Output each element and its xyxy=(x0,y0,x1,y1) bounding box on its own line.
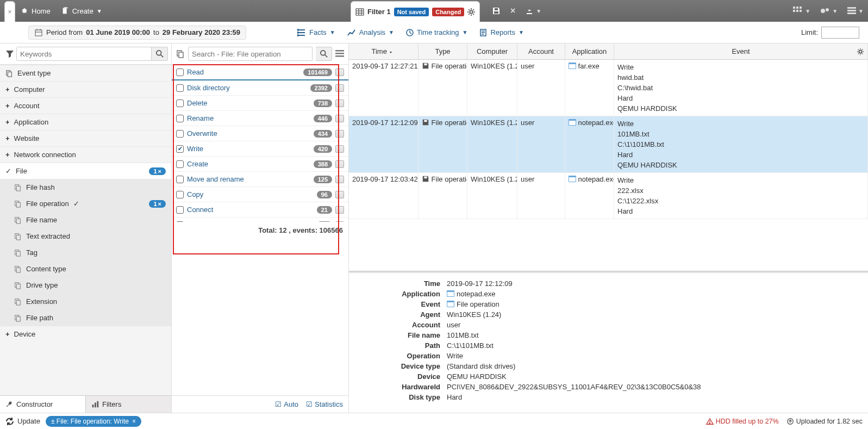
facet-item[interactable]: Extension xyxy=(0,293,171,309)
table-row[interactable]: 2019-09-17 12:27:21 File operationWin10K… xyxy=(349,60,868,116)
th-account[interactable]: Account xyxy=(517,43,565,59)
keywords-input[interactable] xyxy=(16,47,152,61)
value-item[interactable]: Disk directory2392 xyxy=(172,80,348,96)
checkbox[interactable] xyxy=(176,69,184,76)
filters-tab[interactable]: Filters xyxy=(86,396,171,413)
constructor-tab[interactable]: Constructor xyxy=(0,396,86,413)
home-button[interactable]: Home xyxy=(15,3,56,19)
th-computer[interactable]: Computer xyxy=(467,43,517,59)
save-icon[interactable] xyxy=(492,7,501,15)
svg-rect-1 xyxy=(64,7,67,9)
facet-item[interactable]: +Network connection xyxy=(0,146,171,163)
period-from: 01 June 2019 00:00 xyxy=(86,28,150,36)
value-label: Create xyxy=(187,160,208,168)
facts-menu[interactable]: Facts▼ xyxy=(297,28,335,36)
checkbox[interactable] xyxy=(176,145,184,153)
checkbox[interactable] xyxy=(176,206,184,214)
th-time[interactable]: Time xyxy=(349,43,419,59)
columns-gear-icon[interactable] xyxy=(857,48,864,55)
facet-item[interactable]: Event type xyxy=(0,65,171,81)
limit-input[interactable] xyxy=(821,27,859,39)
facet-item[interactable]: File operation ✓1× xyxy=(0,195,171,212)
row-action-icon[interactable] xyxy=(335,160,344,168)
keywords-search-button[interactable] xyxy=(152,47,168,61)
chip-close-icon[interactable]: × xyxy=(132,418,136,425)
gears-icon xyxy=(820,7,830,15)
facet-item[interactable]: +Computer xyxy=(0,81,171,97)
time-tracking-menu[interactable]: Time tracking▼ xyxy=(406,28,467,36)
analysis-menu[interactable]: Analysis▼ xyxy=(347,28,394,36)
app-icon xyxy=(447,301,454,307)
burger-icon[interactable] xyxy=(335,50,344,58)
table-row[interactable]: 2019-09-17 12:03:42 File operationWin10K… xyxy=(349,173,868,219)
table-row[interactable]: 2019-09-17 12:12:09 File operationWin10K… xyxy=(349,116,868,173)
period-selector[interactable]: Period from 01 June 2019 00:00 to 29 Feb… xyxy=(28,26,246,40)
row-action-icon[interactable] xyxy=(335,145,344,153)
filter-tab[interactable]: Filter 1 Not saved Changed xyxy=(351,1,480,22)
update-button[interactable]: Update xyxy=(5,417,40,426)
close-icon[interactable]: × xyxy=(510,6,515,16)
value-item[interactable]: Overwrite434 xyxy=(172,126,348,141)
th-type[interactable]: Type xyxy=(419,43,467,59)
value-search-button[interactable] xyxy=(316,47,332,61)
facet-item[interactable]: ✓File1× xyxy=(0,163,171,179)
grid-menu[interactable]: ▼ xyxy=(793,7,810,15)
cell-account: user xyxy=(517,60,565,116)
detail-row: Disk typeHard xyxy=(360,392,857,402)
active-filter-chip[interactable]: ± File: File operation: Write× xyxy=(46,416,141,427)
checkbox[interactable] xyxy=(176,191,184,198)
facet-item[interactable]: +Device xyxy=(0,326,171,342)
row-action-icon[interactable] xyxy=(335,69,344,76)
close-tab-handle[interactable]: × xyxy=(4,1,15,22)
th-application[interactable]: Application xyxy=(565,43,614,59)
detail-line: QEMU HARDDISK xyxy=(617,160,864,170)
row-action-icon[interactable] xyxy=(335,84,344,92)
value-item[interactable]: Delete738 xyxy=(172,96,348,111)
row-action-icon[interactable] xyxy=(335,100,344,107)
checkbox[interactable] xyxy=(176,100,184,107)
value-item[interactable]: Connect21 xyxy=(172,202,348,217)
value-item[interactable]: Move and rename125 xyxy=(172,172,348,187)
value-item[interactable]: Rename446 xyxy=(172,111,348,126)
row-action-icon[interactable] xyxy=(335,206,344,214)
facet-item[interactable]: +Account xyxy=(0,97,171,114)
facet-item[interactable]: Drive type xyxy=(0,277,171,293)
copy-icon[interactable] xyxy=(176,49,185,58)
row-action-icon[interactable] xyxy=(335,176,344,183)
checkbox[interactable] xyxy=(176,160,184,168)
row-action-icon[interactable] xyxy=(335,130,344,138)
row-action-icon[interactable] xyxy=(335,191,344,198)
facet-item[interactable]: Text extracted xyxy=(0,228,171,244)
create-button[interactable]: Create ▼ xyxy=(56,3,108,19)
facet-item[interactable]: File path xyxy=(0,309,171,326)
value-item[interactable]: Read101469 xyxy=(172,65,348,80)
row-action-icon[interactable] xyxy=(335,115,344,122)
value-item[interactable]: Write420 xyxy=(172,141,348,157)
th-event[interactable]: Event xyxy=(614,43,868,59)
value-item[interactable]: Copy96 xyxy=(172,187,348,202)
facet-item[interactable]: +Application xyxy=(0,114,171,130)
checkbox[interactable] xyxy=(176,84,184,92)
checkbox[interactable] xyxy=(176,130,184,138)
download-menu[interactable]: ▼ xyxy=(525,7,541,15)
stats-checkbox[interactable]: ☑Statistics xyxy=(306,400,343,408)
facet-item[interactable]: Tag xyxy=(0,244,171,260)
value-item[interactable]: Create388 xyxy=(172,157,348,172)
value-item[interactable]: Move19 xyxy=(172,217,348,222)
reports-menu[interactable]: Reports▼ xyxy=(479,28,523,36)
list-menu[interactable]: ▼ xyxy=(847,7,864,15)
value-label: Copy xyxy=(187,190,203,198)
checkbox[interactable] xyxy=(176,176,184,183)
value-count: 21 xyxy=(317,206,332,214)
facet-item[interactable]: +Website xyxy=(0,130,171,146)
not-saved-badge: Not saved xyxy=(394,8,429,16)
value-search-input[interactable] xyxy=(188,47,313,61)
gear-icon[interactable] xyxy=(467,8,475,16)
auto-checkbox[interactable]: ☑Auto xyxy=(275,400,298,408)
settings-menu[interactable]: ▼ xyxy=(820,7,838,15)
facet-item[interactable]: File hash xyxy=(0,179,171,195)
copy-icon xyxy=(14,233,22,240)
facet-item[interactable]: Content type xyxy=(0,260,171,277)
facet-item[interactable]: File name xyxy=(0,212,171,228)
checkbox[interactable] xyxy=(176,115,184,122)
